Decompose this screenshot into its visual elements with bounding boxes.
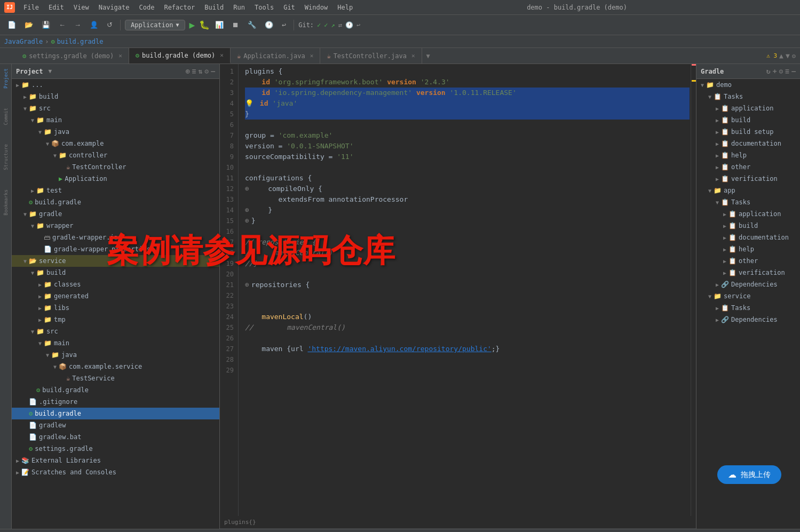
- gradle-demo[interactable]: ▼ 📁 demo: [696, 79, 800, 91]
- structure-tab[interactable]: Structure: [2, 142, 10, 172]
- stop-button[interactable]: ⏹: [229, 19, 242, 30]
- gradle-app-deps[interactable]: ▶ 🔗 Dependencies: [696, 279, 800, 290]
- gradle-application[interactable]: ▶ 📋 application: [696, 102, 800, 114]
- editor-prev-btn[interactable]: ▲: [779, 52, 783, 60]
- gradle-close-icon[interactable]: —: [791, 67, 796, 75]
- gradle-service-deps[interactable]: ▶ 🔗 Dependencies: [696, 314, 800, 325]
- tree-com-example-service[interactable]: ▼ 📦 com.example.service: [12, 361, 219, 372]
- panel-locate-icon[interactable]: ⊕: [186, 67, 190, 75]
- tree-service-build[interactable]: ▼ 📁 build: [12, 267, 219, 279]
- gradle-app-folder[interactable]: ▼ 📁 app: [696, 185, 800, 196]
- menu-help[interactable]: Help: [333, 3, 357, 12]
- debug-button[interactable]: 🐛: [199, 20, 210, 30]
- menu-refactor[interactable]: Refactor: [160, 3, 199, 12]
- tree-controller[interactable]: ▼ 📁 controller: [12, 149, 219, 161]
- tree-service-classes[interactable]: ▶ 📁 classes: [12, 279, 219, 290]
- commit-tab[interactable]: Commit: [2, 106, 10, 128]
- tree-service-libs[interactable]: ▶ 📁 libs: [12, 302, 219, 314]
- gradle-app-build[interactable]: ▶ 📋 build: [696, 220, 800, 232]
- gradle-minimize-icon[interactable]: ≡: [785, 67, 789, 75]
- menu-code[interactable]: Code: [135, 3, 159, 12]
- toolbar-new-btn[interactable]: 📄: [4, 19, 19, 30]
- menu-git[interactable]: Git: [279, 3, 299, 12]
- bc-file[interactable]: build.gradle: [57, 38, 104, 45]
- menu-run[interactable]: Run: [229, 3, 249, 12]
- editor-settings-btn[interactable]: ⚙: [792, 52, 796, 60]
- tree-external-libraries[interactable]: ▶ 📚 External Libraries: [12, 455, 219, 466]
- tree-test[interactable]: ▶ 📁 test: [12, 185, 219, 196]
- panel-settings-icon[interactable]: ⚙: [204, 67, 209, 75]
- gradle-add-icon[interactable]: +: [773, 67, 777, 75]
- tree-com-example[interactable]: ▼ 📦 com.example: [12, 138, 219, 149]
- tab-close-settings-gradle[interactable]: ✕: [118, 52, 122, 59]
- gradle-build-setup[interactable]: ▶ 📋 build setup: [696, 126, 800, 138]
- coverage-button[interactable]: 🔧: [244, 19, 259, 30]
- tab-build-gradle[interactable]: ⚙ build.gradle (demo) ✕: [129, 48, 231, 63]
- toolbar-back-btn[interactable]: ←: [56, 19, 69, 30]
- history-button[interactable]: 🕐: [262, 19, 276, 30]
- tree-gradlew[interactable]: ▶ 📄 gradlew: [12, 419, 219, 431]
- tree-gradle-folder[interactable]: ▼ 📁 gradle: [12, 208, 219, 220]
- tree-gitignore[interactable]: ▶ 📄 .gitignore: [12, 396, 219, 408]
- tree-service-build-gradle[interactable]: ▶ ⚙ build.gradle: [12, 384, 219, 396]
- gradle-service-folder[interactable]: ▼ 📁 service: [696, 290, 800, 302]
- project-tab[interactable]: Project: [2, 66, 10, 91]
- tree-settings-gradle[interactable]: ▶ ⚙ settings.gradle: [12, 443, 219, 455]
- tab-close-application-java[interactable]: ✕: [310, 52, 314, 59]
- menu-edit[interactable]: Edit: [44, 3, 68, 12]
- tree-service[interactable]: ▼ 📂 service: [12, 255, 219, 267]
- tree-root[interactable]: ▶ 📁 ...: [12, 79, 219, 91]
- menu-build[interactable]: Build: [200, 3, 228, 12]
- tree-service-src[interactable]: ▼ 📁 src: [12, 325, 219, 337]
- gradle-help[interactable]: ▶ 📋 help: [696, 149, 800, 161]
- gradle-other[interactable]: ▶ 📋 other: [696, 161, 800, 173]
- tree-wrapper[interactable]: ▼ 📁 wrapper: [12, 220, 219, 232]
- menu-tools[interactable]: Tools: [250, 3, 278, 12]
- bc-javagradle[interactable]: JavaGradle: [4, 38, 43, 45]
- gradle-app-other[interactable]: ▶ 📋 other: [696, 255, 800, 267]
- gradle-service-tasks[interactable]: ▶ 📋 Tasks: [696, 302, 800, 314]
- tree-build-gradle-main[interactable]: ▶ ⚙ build.gradle: [12, 196, 219, 208]
- toolbar-open-btn[interactable]: 📂: [21, 19, 36, 30]
- tree-scratches[interactable]: ▶ 📝 Scratches and Consoles: [12, 466, 219, 478]
- tree-gradlew-bat[interactable]: ▶ 📄 gradlew.bat: [12, 431, 219, 443]
- undo-button[interactable]: ↩: [279, 19, 289, 30]
- gradle-build[interactable]: ▶ 📋 build: [696, 114, 800, 126]
- tree-src[interactable]: ▼ 📁 src: [12, 102, 219, 114]
- tree-service-tmp[interactable]: ▶ 📁 tmp: [12, 314, 219, 325]
- tree-service-generated[interactable]: ▶ 📁 generated: [12, 290, 219, 302]
- tab-more-btn[interactable]: ▼: [422, 48, 434, 63]
- tree-service-main[interactable]: ▼ 📁 main: [12, 337, 219, 349]
- tab-testcontroller-java[interactable]: ☕ TestController.java ✕: [320, 48, 422, 63]
- tree-build-gradle-root[interactable]: ▶ ⚙ build.gradle: [12, 408, 219, 419]
- gradle-documentation[interactable]: ▶ 📋 documentation: [696, 138, 800, 149]
- tree-service-java[interactable]: ▼ 📁 java: [12, 349, 219, 361]
- code-editor[interactable]: plugins { id 'org.springframework.boot' …: [239, 64, 696, 516]
- gradle-refresh-icon[interactable]: ↻: [766, 67, 771, 75]
- run-config-dropdown[interactable]: Application ▼: [125, 20, 185, 30]
- toolbar-revert-btn[interactable]: ↺: [104, 19, 116, 30]
- gradle-verification[interactable]: ▶ 📋 verification: [696, 173, 800, 185]
- run-button[interactable]: ▶: [187, 19, 197, 30]
- editor-next-btn[interactable]: ▼: [786, 52, 790, 60]
- tab-settings-gradle[interactable]: ⚙ settings.gradle (demo) ✕: [16, 48, 129, 63]
- tree-testservice[interactable]: ▶ ☕ TestService: [12, 372, 219, 384]
- gradle-app-help[interactable]: ▶ 📋 help: [696, 243, 800, 255]
- gradle-app-docs[interactable]: ▶ 📋 documentation: [696, 232, 800, 243]
- tab-application-java[interactable]: ☕ Application.java ✕: [231, 48, 320, 63]
- toolbar-forward-btn[interactable]: →: [71, 19, 84, 30]
- gradle-demo-tasks[interactable]: ▼ 📋 Tasks: [696, 91, 800, 102]
- tree-main[interactable]: ▼ 📁 main: [12, 114, 219, 126]
- gradle-app-tasks[interactable]: ▼ 📋 Tasks: [696, 196, 800, 208]
- panel-minimize-icon[interactable]: —: [211, 67, 215, 75]
- panel-sort-icon[interactable]: ⇅: [199, 67, 203, 75]
- gradle-app-application[interactable]: ▶ 📋 application: [696, 208, 800, 220]
- toolbar-save-btn[interactable]: 💾: [38, 19, 53, 30]
- profile-button[interactable]: 📊: [212, 19, 227, 30]
- tree-build[interactable]: ▶ 📁 build: [12, 91, 219, 102]
- project-dropdown-icon[interactable]: ▼: [49, 68, 52, 75]
- tree-testcontroller[interactable]: ▶ ☕ TestController: [12, 161, 219, 173]
- panel-scroll-icon[interactable]: ≡: [192, 67, 196, 75]
- menu-navigate[interactable]: Navigate: [94, 3, 134, 12]
- toolbar-user-btn[interactable]: 👤: [86, 19, 101, 30]
